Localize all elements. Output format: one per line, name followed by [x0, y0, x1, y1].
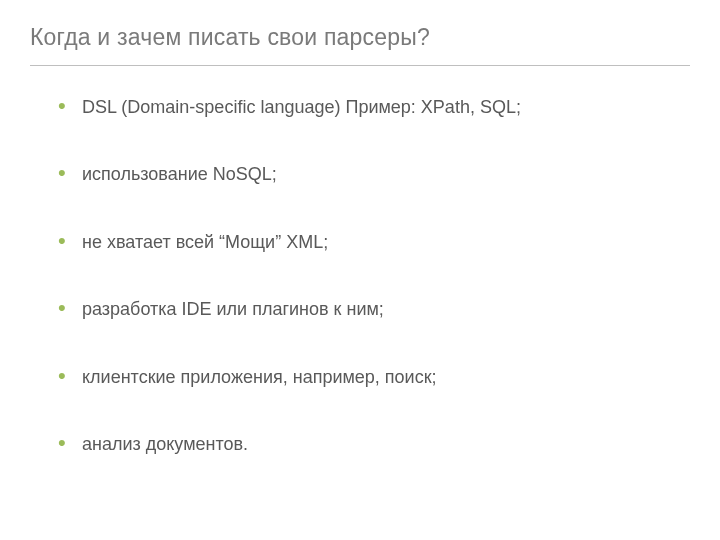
list-item: анализ документов. — [58, 433, 690, 456]
list-item: использование NoSQL; — [58, 163, 690, 186]
list-item-text: клиентские приложения, например, поиск; — [82, 367, 437, 387]
list-item: разработка IDE или плагинов к ним; — [58, 298, 690, 321]
list-item-text: использование NoSQL; — [82, 164, 277, 184]
slide-title: Когда и зачем писать свои парсеры? — [30, 24, 690, 66]
list-item: клиентские приложения, например, поиск; — [58, 366, 690, 389]
list-item: DSL (Domain-specific language) Пример: X… — [58, 96, 690, 119]
list-item-text: анализ документов. — [82, 434, 248, 454]
list-item-text: не хватает всей “Мощи” XML; — [82, 232, 328, 252]
list-item: не хватает всей “Мощи” XML; — [58, 231, 690, 254]
bullet-list: DSL (Domain-specific language) Пример: X… — [30, 96, 690, 456]
slide: Когда и зачем писать свои парсеры? DSL (… — [0, 0, 720, 540]
list-item-text: разработка IDE или плагинов к ним; — [82, 299, 384, 319]
list-item-text: DSL (Domain-specific language) Пример: X… — [82, 97, 521, 117]
